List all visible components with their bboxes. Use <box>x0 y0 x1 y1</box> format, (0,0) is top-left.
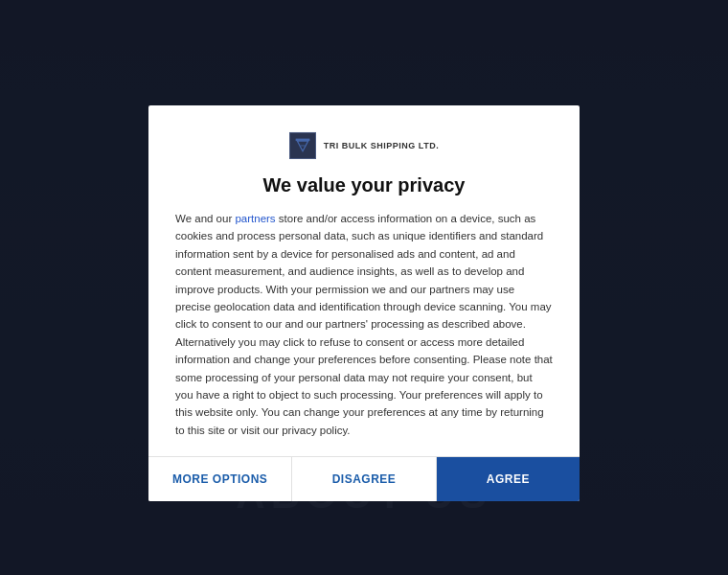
modal-body-text: We and our partners store and/or access … <box>175 210 553 439</box>
agree-button[interactable]: aGreE <box>437 457 580 501</box>
modal-footer: MORE OPTIONS DISAGREE aGreE <box>148 456 580 501</box>
partners-link[interactable]: partners <box>235 213 275 224</box>
more-options-button[interactable]: MORE OPTIONS <box>148 457 292 501</box>
disagree-button[interactable]: DISAGREE <box>292 457 436 501</box>
privacy-modal: Tri Bulk Shipping Ltd. We value your pri… <box>148 105 580 501</box>
modal-logo-svg <box>294 137 311 154</box>
modal-body: Tri Bulk Shipping Ltd. We value your pri… <box>148 105 580 439</box>
modal-logo-icon <box>289 132 316 159</box>
modal-title: We value your privacy <box>175 174 553 196</box>
modal-logo-text: Tri Bulk Shipping Ltd. <box>324 141 439 150</box>
modal-logo: Tri Bulk Shipping Ltd. <box>175 132 553 159</box>
